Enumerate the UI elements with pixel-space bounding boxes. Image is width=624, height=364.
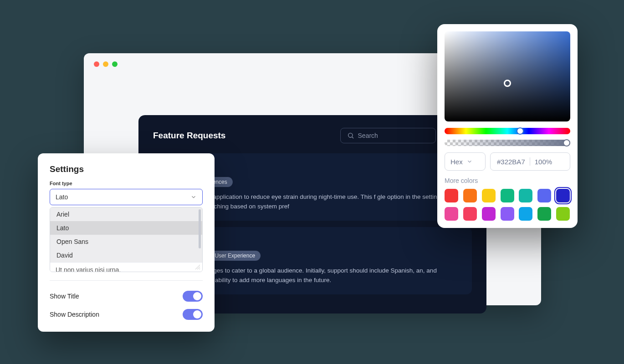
search-field[interactable] bbox=[340, 128, 436, 143]
window-minimize-dot[interactable] bbox=[103, 61, 108, 67]
color-swatch[interactable] bbox=[519, 189, 532, 202]
chevron-down-icon bbox=[466, 158, 473, 165]
resize-handle-icon[interactable] bbox=[195, 264, 200, 270]
show-description-label: Show Description bbox=[50, 311, 99, 318]
color-format-select[interactable]: Hex bbox=[445, 152, 486, 171]
dropdown-scrollbar[interactable] bbox=[199, 209, 201, 248]
color-field-cursor[interactable] bbox=[504, 80, 511, 87]
sample-text-input[interactable] bbox=[50, 262, 202, 272]
color-swatch[interactable] bbox=[519, 207, 532, 221]
color-saturation-field[interactable] bbox=[445, 31, 570, 121]
search-icon bbox=[347, 132, 354, 139]
show-title-label: Show Title bbox=[50, 293, 79, 300]
more-colors-label: More colors bbox=[445, 177, 570, 184]
color-format-value: Hex bbox=[450, 158, 463, 166]
window-close-dot[interactable] bbox=[94, 61, 99, 67]
hex-value: #322BA7 bbox=[497, 158, 525, 166]
color-swatch[interactable] bbox=[556, 189, 570, 202]
color-swatch[interactable] bbox=[556, 207, 570, 221]
chevron-down-icon bbox=[190, 194, 197, 200]
separator bbox=[530, 157, 530, 166]
divider bbox=[50, 280, 203, 281]
show-title-toggle[interactable] bbox=[183, 291, 203, 302]
tag[interactable]: User Experience bbox=[209, 251, 261, 261]
svg-point-0 bbox=[348, 133, 352, 137]
font-type-label: Font type bbox=[50, 181, 203, 186]
settings-title: Settings bbox=[50, 164, 203, 174]
color-picker-panel: Hex #322BA7 100% More colors bbox=[437, 24, 578, 228]
alpha-thumb[interactable] bbox=[563, 139, 570, 147]
font-dropdown: Ariel Lato Open Sans David bbox=[50, 207, 203, 272]
settings-panel: Settings Font type Lato Ariel Lato Open … bbox=[38, 153, 215, 332]
color-swatch[interactable] bbox=[537, 189, 551, 202]
hex-input-group[interactable]: #322BA7 100% bbox=[490, 152, 570, 171]
color-swatch[interactable] bbox=[463, 189, 477, 202]
font-select[interactable]: Lato bbox=[50, 189, 203, 205]
font-option[interactable]: Lato bbox=[50, 221, 202, 235]
hue-thumb[interactable] bbox=[517, 127, 524, 135]
font-option[interactable]: Ariel bbox=[50, 207, 202, 221]
color-swatch[interactable] bbox=[537, 207, 551, 221]
font-option[interactable]: Open Sans bbox=[50, 235, 202, 248]
search-input[interactable] bbox=[358, 132, 429, 139]
color-swatch[interactable] bbox=[501, 207, 514, 221]
panel-title: Feature Requests bbox=[153, 131, 334, 141]
alpha-percent: 100% bbox=[535, 158, 552, 166]
svg-line-1 bbox=[352, 137, 353, 138]
swatch-grid bbox=[445, 189, 570, 221]
font-option[interactable]: David bbox=[50, 248, 202, 262]
alpha-slider[interactable] bbox=[445, 140, 570, 146]
color-swatch[interactable] bbox=[463, 207, 477, 221]
color-swatch[interactable] bbox=[482, 207, 496, 221]
show-description-toggle[interactable] bbox=[183, 309, 203, 320]
color-swatch[interactable] bbox=[482, 189, 496, 202]
window-maximize-dot[interactable] bbox=[112, 61, 118, 67]
hue-slider[interactable] bbox=[445, 128, 570, 134]
color-swatch[interactable] bbox=[445, 207, 458, 221]
color-swatch[interactable] bbox=[501, 189, 514, 202]
color-swatch[interactable] bbox=[445, 189, 458, 202]
font-select-value: Lato bbox=[56, 193, 68, 201]
